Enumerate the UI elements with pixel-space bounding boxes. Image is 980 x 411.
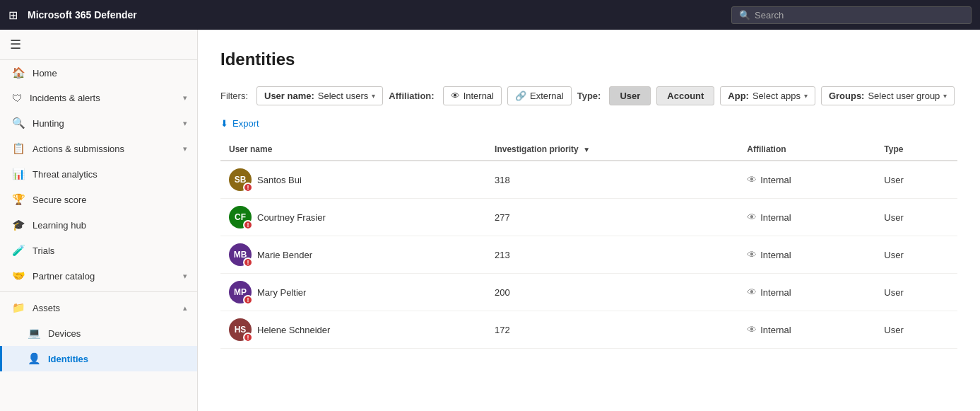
sidebar-label-partner: Partner catalog xyxy=(33,271,176,282)
cell-type: User xyxy=(875,236,957,274)
type-account-button[interactable]: Account xyxy=(656,86,714,105)
main-content: Identities Filters: User name: Select us… xyxy=(198,30,980,411)
export-icon: ⬇ xyxy=(220,118,228,129)
actions-icon: 📋 xyxy=(12,142,25,155)
devices-icon: 💻 xyxy=(28,327,41,340)
sidebar-item-identities[interactable]: 👤 Identities xyxy=(0,346,197,371)
table-row[interactable]: MP ! Mary Peltier 200 👁 Internal User xyxy=(220,274,957,311)
internal-icon: 👁 xyxy=(451,91,460,101)
affiliation-icon: 👁 xyxy=(747,212,757,223)
groups-filter[interactable]: Groups: Select user group ▾ xyxy=(821,86,955,105)
sidebar-item-hunting[interactable]: 🔍 Hunting ▾ xyxy=(0,110,197,136)
sidebar-item-partner[interactable]: 🤝 Partner catalog ▾ xyxy=(0,263,197,289)
affiliation-icon: 👁 xyxy=(747,286,757,298)
avatar: SB ! xyxy=(229,168,252,191)
affiliation-internal-label: Internal xyxy=(464,91,494,101)
app-filter-label: App: xyxy=(728,91,749,101)
sidebar-label-learning: Learning hub xyxy=(33,220,187,231)
sidebar-item-devices[interactable]: 💻 Devices xyxy=(0,320,197,346)
affiliation-value: Internal xyxy=(760,325,791,335)
affiliation-icon: 👁 xyxy=(747,324,757,335)
external-icon: 🔗 xyxy=(515,91,526,101)
chevron-down-icon: ▾ xyxy=(183,144,187,154)
cell-affiliation: 👁 Internal xyxy=(738,236,875,274)
identities-icon: 👤 xyxy=(28,352,41,365)
affiliation-value: Internal xyxy=(760,287,791,298)
table-row[interactable]: CF ! Courtney Frasier 277 👁 Internal Use… xyxy=(220,199,957,236)
cell-username: MB ! Marie Bender xyxy=(220,236,486,274)
affiliation-external-tag[interactable]: 🔗 External xyxy=(507,86,572,105)
user-name: Helene Schneider xyxy=(257,325,330,335)
sidebar-label-incidents: Incidents & alerts xyxy=(30,93,176,103)
col-priority[interactable]: Investigation priority ▼ xyxy=(486,139,738,161)
affiliation-external-label: External xyxy=(530,91,564,101)
groups-filter-value: Select user group xyxy=(868,91,940,101)
search-input[interactable] xyxy=(755,10,964,21)
search-icon: 🔍 xyxy=(739,10,750,21)
type-user-button[interactable]: User xyxy=(609,86,651,105)
avatar: CF ! xyxy=(229,206,252,228)
export-label: Export xyxy=(232,118,259,129)
table-row[interactable]: SB ! Santos Bui 318 👁 Internal User xyxy=(220,161,957,199)
learning-icon: 🎓 xyxy=(12,219,25,231)
col-type: Type xyxy=(875,139,957,161)
chevron-down-icon: ▾ xyxy=(183,93,187,103)
assets-icon: 📁 xyxy=(12,301,25,314)
trials-icon: 🧪 xyxy=(12,244,25,257)
cell-type: User xyxy=(875,311,957,349)
sidebar-label-hunting: Hunting xyxy=(33,118,176,129)
avatar: HS ! xyxy=(229,318,252,341)
table-header-row: User name Investigation priority ▼ Affil… xyxy=(220,139,957,161)
cell-affiliation: 👁 Internal xyxy=(738,161,875,199)
page-title: Identities xyxy=(220,50,957,69)
app-filter-value: Select apps xyxy=(752,91,801,101)
sidebar-item-actions[interactable]: 📋 Actions & submissions ▾ xyxy=(0,136,197,161)
affiliation-value: Internal xyxy=(760,250,791,260)
sidebar-label-devices: Devices xyxy=(48,328,187,339)
cell-priority: 213 xyxy=(486,236,738,274)
sidebar-item-incidents[interactable]: 🛡 Incidents & alerts ▾ xyxy=(0,86,197,110)
chevron-down-icon: ▾ xyxy=(183,272,187,281)
table-row[interactable]: HS ! Helene Schneider 172 👁 Internal Use… xyxy=(220,311,957,349)
sidebar-item-learning[interactable]: 🎓 Learning hub xyxy=(0,212,197,238)
affiliation-icon: 👁 xyxy=(747,174,757,185)
alert-badge: ! xyxy=(243,257,253,267)
sidebar-item-home[interactable]: 🏠 Home xyxy=(0,60,197,86)
sidebar-item-trials[interactable]: 🧪 Trials xyxy=(0,238,197,263)
sidebar-toggle[interactable]: ☰ xyxy=(0,30,197,60)
app-title: Microsoft 365 Defender xyxy=(28,9,724,21)
chevron-down-icon: ▾ xyxy=(372,92,375,100)
col-affiliation: Affiliation xyxy=(738,139,875,161)
groups-filter-label: Groups: xyxy=(829,91,865,101)
search-box[interactable]: 🔍 xyxy=(731,6,972,24)
table-row[interactable]: MB ! Marie Bender 213 👁 Internal User xyxy=(220,236,957,274)
chevron-down-icon: ▾ xyxy=(804,92,808,100)
username-filter-label: User name: xyxy=(264,91,314,101)
grid-icon[interactable]: ⊞ xyxy=(8,8,18,22)
alert-badge: ! xyxy=(243,332,253,342)
sidebar-item-secure[interactable]: 🏆 Secure score xyxy=(0,187,197,212)
affiliation-internal-tag[interactable]: 👁 Internal xyxy=(443,86,502,105)
sort-icon: ▼ xyxy=(583,146,590,154)
cell-priority: 277 xyxy=(486,199,738,236)
cell-priority: 172 xyxy=(486,311,738,349)
cell-username: HS ! Helene Schneider xyxy=(220,311,486,349)
user-name: Mary Peltier xyxy=(257,287,306,298)
alert-badge: ! xyxy=(243,295,253,305)
user-name: Marie Bender xyxy=(257,250,312,260)
alert-badge: ! xyxy=(243,220,253,230)
app-filter[interactable]: App: Select apps ▾ xyxy=(720,86,815,105)
export-button[interactable]: ⬇ Export xyxy=(220,118,957,129)
sidebar-label-trials: Trials xyxy=(33,245,187,256)
chevron-up-icon: ▴ xyxy=(183,303,187,313)
home-icon: 🏠 xyxy=(12,66,25,79)
sidebar-label-assets: Assets xyxy=(33,303,176,313)
sidebar-label-threat: Threat analytics xyxy=(33,169,187,180)
cell-affiliation: 👁 Internal xyxy=(738,311,875,349)
sidebar-label-home: Home xyxy=(33,68,187,79)
user-name: Santos Bui xyxy=(257,175,302,185)
sidebar-item-assets[interactable]: 📁 Assets ▴ xyxy=(0,295,197,320)
sidebar-item-threat[interactable]: 📊 Threat analytics xyxy=(0,161,197,187)
username-filter[interactable]: User name: Select users ▾ xyxy=(256,86,383,105)
topbar: ⊞ Microsoft 365 Defender 🔍 xyxy=(0,0,980,30)
